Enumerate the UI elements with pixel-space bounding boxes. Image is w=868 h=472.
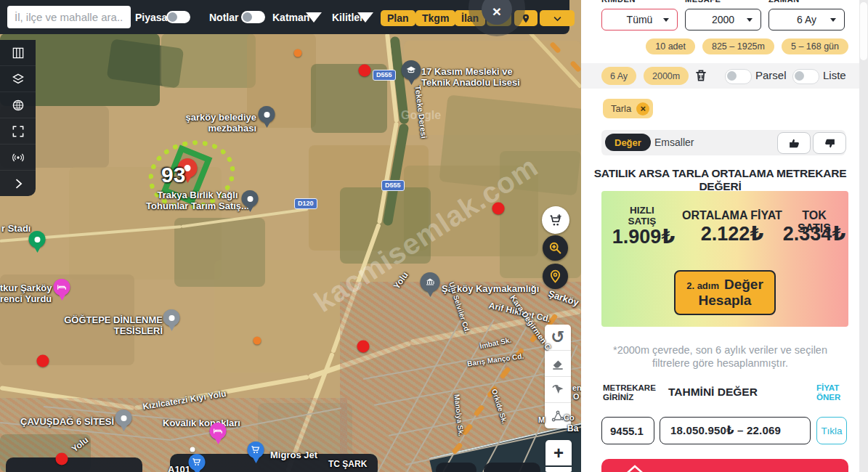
map-marker-dot-orange[interactable] <box>253 337 261 345</box>
fullscreen-button[interactable] <box>0 118 36 145</box>
basemap-button[interactable] <box>0 40 36 66</box>
tok-satis-value: 2.334₺ <box>783 222 845 245</box>
panel-scrollbar-thumb[interactable] <box>860 2 867 60</box>
parsel-label: Parsel <box>755 69 787 81</box>
map-marker-pin-dot[interactable] <box>259 106 275 128</box>
road-badge: D120 <box>294 198 317 209</box>
map-marker-pin-school[interactable] <box>402 60 421 85</box>
map[interactable]: kacmisemlak.com Google 93 ↺ <box>0 0 581 472</box>
tkgm-button[interactable]: Tkgm <box>415 10 455 26</box>
days-badge: 5 – 168 gün <box>782 38 848 54</box>
map-marker-pin-bed[interactable] <box>210 423 227 444</box>
map-marker-dot-red[interactable] <box>357 341 370 353</box>
tab-emsaller[interactable]: Emsaller <box>654 137 694 148</box>
map-marker-pin-bed[interactable] <box>54 279 70 301</box>
filter-strip: 6 Ay 2000m Parsel Liste <box>581 63 859 89</box>
globe-button[interactable] <box>0 92 36 118</box>
measure-tool-icon <box>551 409 565 423</box>
result-badges: 10 adet 825 – 1925m 5 – 168 gün <box>601 38 848 54</box>
tahmini-deger-value: 18.050.950₺ – 22.069 <box>660 417 811 444</box>
tab-deger[interactable]: Değer <box>605 134 651 151</box>
fullscreen-icon <box>11 124 25 139</box>
tab-strip: Değer Emsaller <box>601 130 845 155</box>
katman-dropdown-icon[interactable] <box>306 12 322 23</box>
map-marker-pin-cart[interactable] <box>189 454 206 472</box>
distance-badge: 825 – 1925m <box>702 38 774 54</box>
ortalama-fiyat-label: ORTALAMA FİYAT <box>682 209 782 222</box>
map-marker-pin-dot[interactable] <box>242 190 259 212</box>
map-marker-dot-red[interactable] <box>492 203 505 215</box>
map-marker-dot-white[interactable] <box>190 447 195 452</box>
tarla-tag[interactable]: Tarla × <box>603 99 653 118</box>
select-tool-icon <box>551 383 565 397</box>
ortalama-fiyat-value: 2.122₺ <box>701 222 763 245</box>
parcel-number: 93 <box>161 163 185 187</box>
zoom-search-button[interactable] <box>543 235 568 261</box>
plan-button[interactable]: Plan <box>381 10 415 26</box>
map-marker-dot-red[interactable] <box>37 355 49 367</box>
cta-button[interactable] <box>601 459 848 472</box>
road-badge: D555 <box>373 70 396 81</box>
liste-toggle[interactable] <box>792 69 819 84</box>
place-label: ÇAVUŞDAĞ 6 SİTESİ <box>20 417 114 428</box>
kimden-select[interactable]: Tümü <box>601 9 678 30</box>
zaman-label: ZAMAN <box>768 0 800 4</box>
deger-hesapla-button[interactable]: 2. adım Değer Hesapla <box>674 270 776 315</box>
select-tool-button[interactable] <box>545 377 571 403</box>
zaman-select[interactable]: 6 Ay <box>768 9 845 30</box>
map-marker-dot-red[interactable] <box>359 65 371 77</box>
piyasa-toggle[interactable] <box>166 11 190 23</box>
map-marker-dot-orange[interactable] <box>294 49 302 57</box>
signal-button[interactable] <box>0 145 36 171</box>
place-label: Trakya Birlik Yağlı Tohumlar Tarım Satış… <box>146 190 249 211</box>
zoom-out-button[interactable] <box>545 467 572 472</box>
thumbs-down-icon <box>824 137 836 150</box>
map-field-patch <box>161 33 256 88</box>
search-input[interactable] <box>7 6 131 28</box>
map-marker-pin-gov[interactable] <box>421 272 440 297</box>
tarla-tag-close-icon[interactable]: × <box>636 102 649 115</box>
place-label: şarköy belediye mezbahası <box>185 113 256 134</box>
parsel-toggle[interactable] <box>725 69 752 84</box>
thumbs-down-button[interactable] <box>813 132 846 154</box>
map-marker-pin-cart[interactable] <box>248 442 264 463</box>
panel-scrollbar-track[interactable] <box>859 0 868 472</box>
map-marker-pin-dot[interactable] <box>115 410 132 431</box>
more-button[interactable] <box>540 10 575 26</box>
map-marker-dot-red[interactable] <box>56 453 68 465</box>
layers-button[interactable] <box>0 66 36 92</box>
kilitler-dropdown-icon[interactable] <box>357 12 373 23</box>
mesafe-select[interactable]: 2000 <box>685 9 761 30</box>
calculation-note: *2000m çevrede, son 6 aylık veriler ve s… <box>581 343 859 370</box>
chevron-right-icon <box>11 176 25 191</box>
place-label: en <box>572 383 581 392</box>
section-heading: SATILIK ARSA TARLA ORTALAMA METREKARE DE… <box>581 167 859 193</box>
fiyat-oner-tikla-button[interactable]: Tıkla <box>816 417 847 444</box>
thumbs-up-icon <box>788 137 800 150</box>
cart-add-button[interactable] <box>542 206 569 234</box>
chip-2000m[interactable]: 2000m <box>644 67 689 85</box>
eraser-button[interactable] <box>545 351 571 377</box>
map-marker-pin-green[interactable] <box>29 231 46 253</box>
metrekare-input[interactable]: 9455.1 <box>601 417 654 444</box>
metrekare-label: METREKARE GİRİNİZ <box>603 383 656 402</box>
map-marker-pin-dot[interactable] <box>163 309 180 331</box>
trash-icon[interactable] <box>694 68 708 84</box>
place-label: Kovalık konakları <box>163 418 240 429</box>
thumbs-up-button[interactable] <box>777 132 811 154</box>
basemap-icon <box>11 46 25 60</box>
map-info-box <box>6 457 142 472</box>
notlar-label: Notlar <box>209 12 238 23</box>
place-label: A101 <box>168 465 190 472</box>
drop-pin-button[interactable] <box>543 264 568 289</box>
zoom-in-button[interactable]: + <box>545 440 572 465</box>
map-field-patch <box>174 218 265 287</box>
chip-6ay[interactable]: 6 Ay <box>601 67 636 85</box>
piyasa-label: Piyasa <box>135 12 167 23</box>
fiyat-oner-label: FİYAT ÖNER <box>816 383 840 402</box>
notlar-toggle[interactable] <box>241 11 265 23</box>
collapse-button[interactable] <box>0 171 36 196</box>
hizli-satis-value: 1.909₺ <box>612 225 675 248</box>
place-label: Ba <box>567 424 578 434</box>
road-badge: D555 <box>381 180 405 191</box>
